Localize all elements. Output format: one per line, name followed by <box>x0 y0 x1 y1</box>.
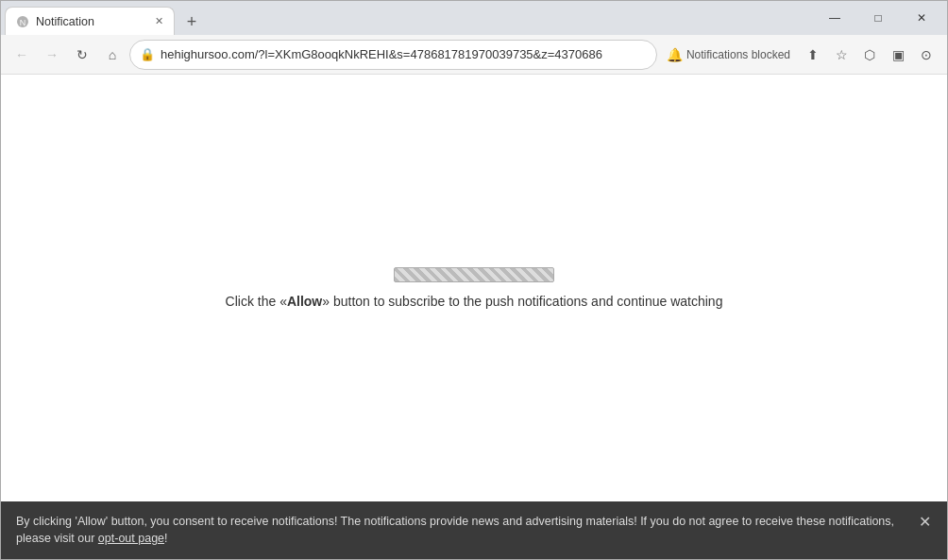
share-icon: ⬆ <box>807 47 819 62</box>
opt-out-link[interactable]: opt-out page <box>98 532 164 545</box>
tab-title: Notification <box>36 15 145 28</box>
notification-text-3: ! <box>164 532 167 545</box>
page-content: Click the «Allow» button to subscribe to… <box>1 75 947 501</box>
notification-close-button[interactable]: ✕ <box>913 511 936 534</box>
browser-window: N Notification ✕ + — □ ✕ ← → <box>0 0 948 560</box>
back-icon: ← <box>15 47 28 62</box>
notification-text-1: By clicking 'Allow' button, you consent … <box>16 515 894 528</box>
share-button[interactable]: ⬆ <box>800 42 826 68</box>
forward-button[interactable]: → <box>39 42 65 68</box>
tab-favicon: N <box>15 14 30 29</box>
home-button[interactable]: ⌂ <box>99 42 126 68</box>
forward-icon: → <box>45 47 59 62</box>
profile-button[interactable]: ⊙ <box>913 42 940 68</box>
split-icon: ▣ <box>892 47 905 62</box>
close-icon: ✕ <box>919 511 931 534</box>
refresh-button[interactable]: ↻ <box>69 42 95 68</box>
split-view-button[interactable]: ▣ <box>885 42 911 68</box>
lock-icon: 🔒 <box>140 47 155 61</box>
instruction-suffix: » button to subscribe to the push notifi… <box>322 294 722 309</box>
notifications-blocked-label: Notifications blocked <box>686 48 790 61</box>
notification-bar: By clicking 'Allow' button, you consent … <box>1 501 947 560</box>
instruction-prefix: Click the « <box>226 294 287 309</box>
extensions-button[interactable]: ⬡ <box>856 42 883 68</box>
url-display: hehighursoo.com/?l=XKmG8ooqkNkREHI&s=478… <box>161 47 647 61</box>
bookmark-icon: ☆ <box>836 47 848 62</box>
tab-bar: N Notification ✕ + <box>1 1 813 35</box>
maximize-button[interactable]: □ <box>856 1 900 35</box>
refresh-icon: ↻ <box>76 47 88 62</box>
navbar: ← → ↻ ⌂ 🔒 hehighursoo.com/?l=XKmG8ooqkNk… <box>1 35 947 75</box>
svg-text:N: N <box>20 18 26 27</box>
extensions-icon: ⬡ <box>864 47 875 62</box>
bell-blocked-icon: 🔔 <box>667 47 683 62</box>
close-button[interactable]: ✕ <box>900 1 943 35</box>
back-button[interactable]: ← <box>8 42 35 68</box>
active-tab[interactable]: N Notification ✕ <box>5 7 175 35</box>
titlebar: N Notification ✕ + — □ ✕ <box>1 1 947 35</box>
notifications-blocked-indicator[interactable]: 🔔 Notifications blocked <box>661 47 796 62</box>
window-controls: — □ ✕ <box>813 1 947 35</box>
notification-text-2: please visit our <box>16 532 98 545</box>
tab-close-button[interactable]: ✕ <box>151 14 166 29</box>
profile-icon: ⊙ <box>921 47 932 62</box>
page-center: Click the «Allow» button to subscribe to… <box>226 267 723 309</box>
allow-keyword: Allow <box>287 294 322 309</box>
instruction-text: Click the «Allow» button to subscribe to… <box>226 294 723 309</box>
loading-progress-bar <box>394 267 554 282</box>
address-bar[interactable]: 🔒 hehighursoo.com/?l=XKmG8ooqkNkREHI&s=4… <box>129 40 657 70</box>
bookmark-button[interactable]: ☆ <box>828 42 855 68</box>
navbar-actions: ⬆ ☆ ⬡ ▣ ⊙ <box>800 42 940 68</box>
home-icon: ⌂ <box>109 47 116 62</box>
new-tab-button[interactable]: + <box>178 8 205 35</box>
minimize-button[interactable]: — <box>813 1 856 35</box>
